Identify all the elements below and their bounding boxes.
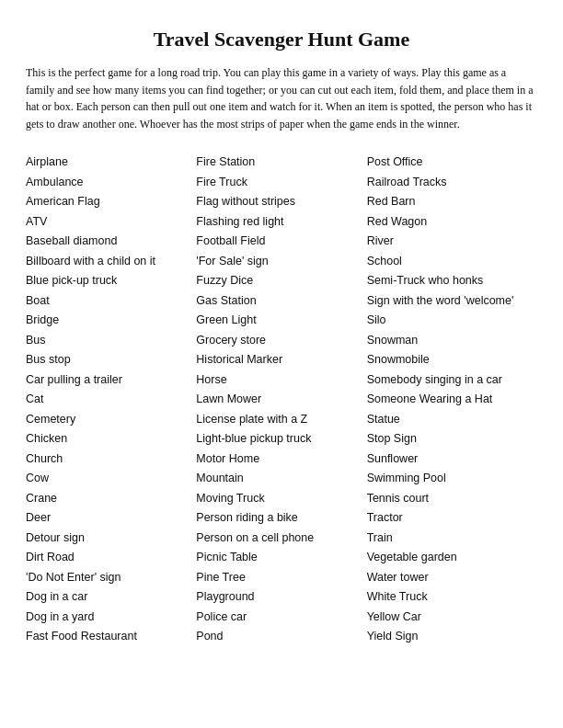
list-item: Bus bbox=[26, 331, 196, 351]
list-item: Dog in a car bbox=[26, 587, 196, 608]
list-item: Airplane bbox=[26, 153, 196, 173]
list-item: Semi-Truck who honks bbox=[367, 271, 537, 291]
list-item: 'For Sale' sign bbox=[196, 252, 366, 272]
list-item: Dirt Road bbox=[26, 548, 196, 568]
list-item: Playground bbox=[196, 587, 366, 608]
list-item: Train bbox=[367, 529, 537, 549]
list-item: Person riding a bike bbox=[196, 508, 366, 529]
list-item: Ambulance bbox=[26, 173, 196, 193]
list-item: Picnic Table bbox=[196, 548, 366, 568]
list-item: Detour sign bbox=[26, 529, 196, 549]
page-title: Travel Scavenger Hunt Game bbox=[26, 28, 537, 51]
list-item: Light-blue pickup truck bbox=[196, 429, 366, 449]
list-item: Horse bbox=[196, 370, 366, 391]
list-item: Yellow Car bbox=[367, 608, 537, 628]
list-item: Somebody singing in a car bbox=[367, 370, 537, 391]
list-item: White Truck bbox=[367, 587, 537, 608]
list-item: Fast Food Restaurant bbox=[26, 627, 196, 647]
list-item: Snowmobile bbox=[367, 350, 537, 370]
list-item: Moving Truck bbox=[196, 489, 366, 509]
list-item: Flashing red light bbox=[196, 212, 366, 233]
list-item: Swimming Pool bbox=[367, 469, 537, 489]
list-item: Church bbox=[26, 449, 196, 470]
list-item: Flag without stripes bbox=[196, 192, 366, 212]
list-item: Fire Station bbox=[196, 153, 366, 173]
list-item: Football Field bbox=[196, 232, 366, 252]
list-item: Railroad Tracks bbox=[367, 173, 537, 193]
list-item: Water tower bbox=[367, 568, 537, 588]
description-text: This is the perfect game for a long road… bbox=[26, 64, 537, 132]
list-item: Statue bbox=[367, 410, 537, 430]
list-item: Someone Wearing a Hat bbox=[367, 390, 537, 410]
list-item: Cat bbox=[26, 390, 196, 410]
list-item: Snowman bbox=[367, 331, 537, 351]
list-item: Lawn Mower bbox=[196, 390, 366, 410]
list-item: Post Office bbox=[367, 153, 537, 173]
list-item: License plate with a Z bbox=[196, 410, 366, 430]
list-item: Pine Tree bbox=[196, 568, 366, 588]
list-item: Sign with the word 'welcome' bbox=[367, 291, 537, 312]
list-item: Deer bbox=[26, 508, 196, 529]
list-item: Bridge bbox=[26, 311, 196, 331]
list-item: Mountain bbox=[196, 469, 366, 489]
list-item: Historical Marker bbox=[196, 350, 366, 370]
list-item: Motor Home bbox=[196, 449, 366, 470]
list-item: Police car bbox=[196, 608, 366, 628]
list-item: Fuzzy Dice bbox=[196, 271, 366, 291]
column-2: Fire StationFire TruckFlag without strip… bbox=[196, 153, 366, 647]
list-item: Blue pick-up truck bbox=[26, 271, 196, 291]
list-item: Gas Station bbox=[196, 291, 366, 312]
column-3: Post OfficeRailroad TracksRed BarnRed Wa… bbox=[367, 153, 537, 647]
list-item: Red Wagon bbox=[367, 212, 537, 233]
list-item: Tractor bbox=[367, 508, 537, 529]
list-item: Car pulling a trailer bbox=[26, 370, 196, 391]
list-item: Silo bbox=[367, 311, 537, 331]
list-item: Dog in a yard bbox=[26, 608, 196, 628]
list-item: Crane bbox=[26, 489, 196, 509]
list-item: Pond bbox=[196, 627, 366, 647]
list-item: Red Barn bbox=[367, 192, 537, 212]
column-1: AirplaneAmbulanceAmerican FlagATVBasebal… bbox=[26, 153, 196, 647]
list-item: American Flag bbox=[26, 192, 196, 212]
list-item: Cemetery bbox=[26, 410, 196, 430]
list-item: ATV bbox=[26, 212, 196, 233]
list-item: 'Do Not Enter' sign bbox=[26, 568, 196, 588]
list-item: Baseball diamond bbox=[26, 232, 196, 252]
list-item: Grocery store bbox=[196, 331, 366, 351]
list-item: School bbox=[367, 252, 537, 272]
list-item: Stop Sign bbox=[367, 429, 537, 449]
list-item: Sunflower bbox=[367, 449, 537, 470]
list-item: Fire Truck bbox=[196, 173, 366, 193]
list-item: Person on a cell phone bbox=[196, 529, 366, 549]
list-item: Bus stop bbox=[26, 350, 196, 370]
list-item: Cow bbox=[26, 469, 196, 489]
list-item: Boat bbox=[26, 291, 196, 312]
list-item: Yield Sign bbox=[367, 627, 537, 647]
list-item: Billboard with a child on it bbox=[26, 252, 196, 272]
list-item: Chicken bbox=[26, 429, 196, 449]
list-item: Vegetable garden bbox=[367, 548, 537, 568]
scavenger-list: AirplaneAmbulanceAmerican FlagATVBasebal… bbox=[26, 153, 537, 647]
list-item: Tennis court bbox=[367, 489, 537, 509]
list-item: Green Light bbox=[196, 311, 366, 331]
list-item: River bbox=[367, 232, 537, 252]
